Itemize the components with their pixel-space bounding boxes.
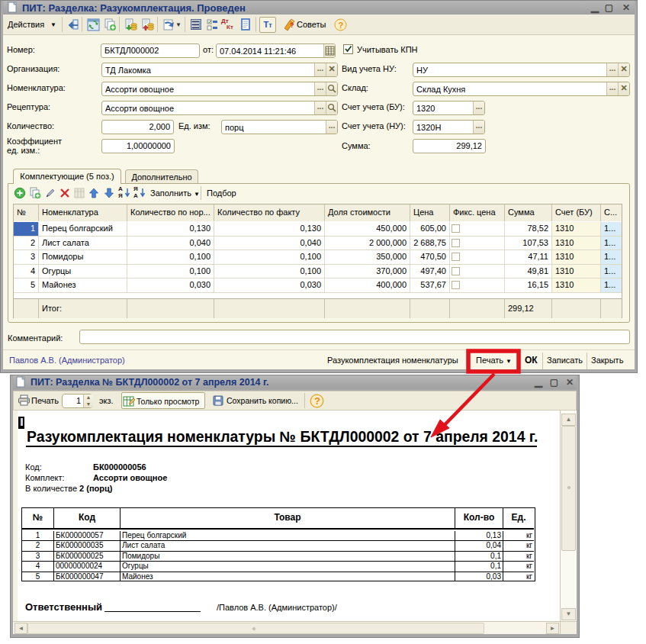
svg-text:?: ? [314,395,320,407]
svg-text:?: ? [290,21,294,29]
svg-text:?: ? [339,21,344,30]
